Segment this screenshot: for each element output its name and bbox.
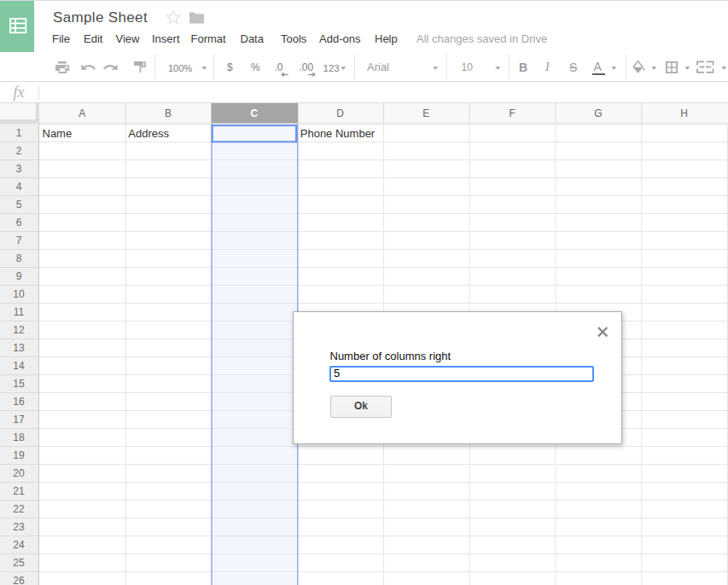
svg-text:19: 19: [13, 449, 25, 461]
svg-text:12: 12: [13, 324, 25, 336]
svg-text:21: 21: [13, 485, 25, 497]
svg-text:6: 6: [16, 217, 22, 229]
svg-text:7: 7: [16, 235, 22, 246]
svg-text:5: 5: [16, 199, 22, 211]
svg-text:H: H: [680, 107, 688, 119]
svg-text:26: 26: [13, 575, 25, 585]
svg-text:G: G: [594, 107, 602, 119]
svg-text:E: E: [422, 107, 429, 119]
svg-text:10: 10: [13, 288, 25, 300]
svg-text:2: 2: [16, 145, 22, 157]
svg-text:13: 13: [13, 342, 25, 354]
svg-text:23: 23: [13, 521, 25, 533]
svg-text:8: 8: [16, 252, 22, 264]
svg-text:D: D: [336, 107, 344, 119]
svg-text:9: 9: [16, 270, 22, 282]
svg-text:22: 22: [13, 503, 25, 515]
svg-text:4: 4: [16, 181, 22, 193]
svg-text:18: 18: [13, 432, 25, 443]
svg-text:1: 1: [16, 127, 22, 139]
svg-text:Name: Name: [43, 127, 73, 140]
svg-text:24: 24: [13, 539, 25, 551]
svg-text:15: 15: [13, 378, 25, 390]
svg-text:25: 25: [13, 557, 25, 569]
svg-text:C: C: [251, 107, 259, 119]
svg-text:Phone Number: Phone Number: [300, 127, 376, 140]
svg-text:16: 16: [13, 396, 25, 408]
svg-text:14: 14: [13, 360, 25, 372]
svg-text:20: 20: [13, 467, 25, 479]
svg-text:A: A: [79, 107, 85, 119]
svg-text:3: 3: [16, 163, 22, 175]
svg-text:F: F: [509, 107, 515, 119]
svg-text:11: 11: [14, 306, 25, 318]
svg-text:B: B: [165, 107, 172, 119]
svg-text:17: 17: [13, 414, 25, 426]
svg-text:Address: Address: [128, 127, 169, 140]
